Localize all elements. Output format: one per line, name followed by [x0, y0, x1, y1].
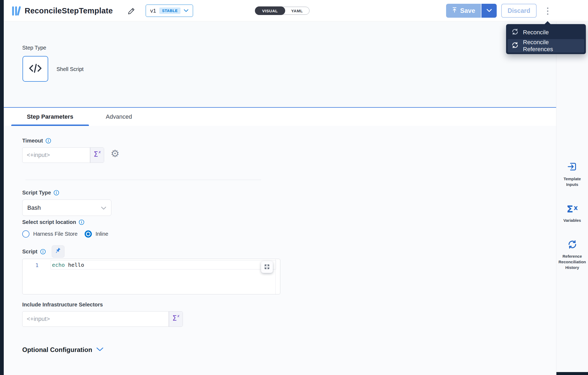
expression-toggle-button[interactable]: Σx [90, 148, 104, 163]
script-location-options: Harness File Store Inline [22, 230, 108, 238]
code-icon [29, 63, 42, 74]
save-options-button[interactable] [481, 4, 497, 18]
step-type-section: Step Type Shell Script [4, 22, 588, 107]
template-studio-screen: ReconcileStepTemplate v1 STABLE VISUAL Y… [0, 0, 588, 375]
tab-advanced[interactable]: Advanced [96, 108, 142, 126]
code-argument: hello [68, 262, 84, 268]
yaml-mode-button[interactable]: YAML [285, 7, 310, 15]
radio-label: Inline [96, 231, 108, 237]
script-type-label: Script Type [22, 190, 51, 196]
visual-mode-button[interactable]: VISUAL [255, 6, 285, 15]
script-label: Script [22, 249, 37, 255]
timeout-field: Σx [22, 147, 104, 163]
optional-configuration-toggle[interactable]: Optional Configuration [22, 346, 103, 354]
script-type-value: Bash [27, 204, 41, 211]
left-nav-edge [0, 0, 4, 375]
chevron-down-icon [487, 9, 492, 13]
right-rail: Template Inputs Σx Variables Reference R… [556, 22, 588, 375]
editor-minimap-divider [275, 259, 276, 294]
version-label: v1 [150, 8, 156, 14]
menu-arrow [544, 21, 551, 24]
timeout-label: Timeout [22, 138, 43, 144]
menu-item-label: Reconcile References [523, 39, 581, 53]
discard-button[interactable]: Discard [501, 4, 537, 18]
script-info-icon[interactable] [40, 249, 46, 254]
template-library-icon [12, 5, 21, 18]
code-command: echo [52, 262, 65, 268]
timeout-settings-gear-icon[interactable]: ⚙ [109, 148, 121, 159]
save-split-button: Save [446, 4, 497, 18]
more-options-button[interactable] [541, 5, 554, 17]
rail-bottom-bar [556, 372, 588, 375]
tab-bar: Step Parameters Advanced [4, 107, 556, 126]
timeout-input[interactable] [22, 148, 90, 163]
header: ReconcileStepTemplate v1 STABLE VISUAL Y… [4, 0, 588, 21]
reconcile-menu: Reconcile Reconcile References [506, 24, 586, 54]
step-type-value: Shell Script [56, 66, 84, 72]
rail-item-label: Template Inputs [558, 176, 586, 187]
shell-script-step-card[interactable] [22, 56, 48, 82]
fullscreen-icon [264, 264, 270, 271]
line-number: 1 [31, 262, 39, 268]
menu-item-reconcile[interactable]: Reconcile [508, 26, 584, 39]
expression-toggle-button[interactable]: Σx [169, 312, 183, 327]
chevron-down-icon [96, 347, 103, 352]
save-label: Save [460, 7, 475, 14]
menu-item-label: Reconcile [523, 29, 549, 36]
pin-script-button[interactable] [52, 245, 65, 258]
chevron-down-icon [101, 204, 106, 211]
template-inputs-icon [567, 161, 578, 173]
infra-selectors-field: Σx [22, 311, 183, 327]
step-parameters-form: Timeout Σx ⚙ Script Type Bash Select scr… [4, 126, 556, 375]
timeout-info-icon[interactable] [46, 138, 51, 144]
section-divider [25, 180, 261, 180]
edit-title-button[interactable] [127, 6, 136, 16]
infra-selectors-label: Include Infrastructure Selectors [22, 302, 103, 308]
radio-inline[interactable] [85, 230, 92, 238]
save-button[interactable]: Save [446, 4, 481, 18]
optional-configuration-label: Optional Configuration [22, 346, 92, 354]
refresh-icon [511, 28, 519, 37]
chevron-down-icon [184, 9, 189, 13]
pencil-icon [127, 12, 135, 16]
expand-editor-button[interactable] [261, 261, 273, 273]
script-location-info-icon[interactable] [79, 219, 84, 225]
variables-button[interactable]: Σx Variables [556, 203, 588, 223]
radio-harness-file-store[interactable] [22, 230, 29, 238]
version-selector[interactable]: v1 STABLE [146, 5, 193, 17]
radio-label: Harness File Store [33, 231, 78, 237]
page-title: ReconcileStepTemplate [25, 0, 113, 21]
sigma-x-icon: Σx [567, 204, 578, 214]
reference-reconciliation-history-button[interactable]: Reference Reconciliation History [556, 239, 588, 271]
refresh-icon [511, 42, 519, 50]
refresh-icon [567, 239, 577, 250]
menu-item-reconcile-references[interactable]: Reconcile References [508, 39, 584, 52]
rail-item-label: Variables [563, 218, 582, 223]
script-type-info-icon[interactable] [54, 190, 59, 196]
script-location-label: Select script location [22, 219, 76, 225]
visual-yaml-toggle: VISUAL YAML [255, 7, 310, 15]
template-inputs-button[interactable]: Template Inputs [556, 161, 588, 188]
script-code-editor[interactable]: 1 echo hello [22, 259, 280, 294]
step-type-label: Step Type [22, 45, 46, 51]
rail-item-label: Reference Reconciliation History [558, 253, 587, 270]
script-type-select[interactable]: Bash [22, 200, 111, 216]
infra-selectors-input[interactable] [22, 312, 169, 327]
pushpin-icon [55, 248, 62, 256]
upload-icon [452, 7, 457, 15]
code-line[interactable]: echo hello [51, 260, 276, 269]
version-badge: STABLE [159, 8, 180, 14]
tab-step-parameters[interactable]: Step Parameters [11, 108, 89, 126]
